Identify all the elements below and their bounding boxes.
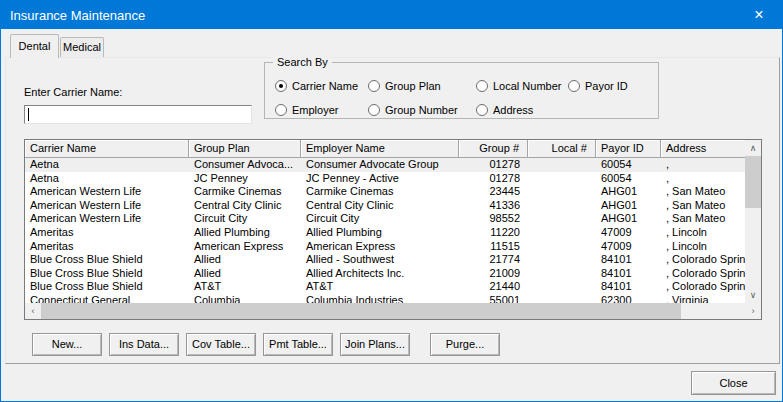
radio-payor-id[interactable]: Payor ID <box>568 80 628 92</box>
column-header-group-plan[interactable]: Group Plan <box>189 140 301 157</box>
radio-circle-icon[interactable] <box>275 104 287 116</box>
table-cell: 01278 <box>459 172 528 186</box>
table-cell: Circuit City <box>189 212 301 226</box>
table-row[interactable]: American Western LifeCircuit CityCircuit… <box>25 212 745 226</box>
table-cell: Carmike Cinemas <box>301 185 459 199</box>
tab-medical[interactable]: Medical <box>60 37 104 57</box>
table-cell: , Colorado Springs <box>661 267 745 281</box>
list-header: Carrier NameGroup PlanEmployer NameGroup… <box>25 140 745 158</box>
radio-circle-icon[interactable] <box>476 80 488 92</box>
table-row[interactable]: Blue Cross Blue ShieldAT&TAT&T2144084101… <box>25 280 745 294</box>
radio-employer[interactable]: Employer <box>275 104 338 116</box>
scroll-right-icon[interactable]: › <box>745 303 761 319</box>
table-cell: 11220 <box>459 226 528 240</box>
radio-circle-icon[interactable] <box>368 80 380 92</box>
table-cell: Blue Cross Blue Shield <box>25 280 189 294</box>
scroll-down-icon[interactable]: ∨ <box>745 287 761 303</box>
table-cell: 84101 <box>596 253 661 267</box>
table-cell: American Express <box>301 240 459 254</box>
close-button[interactable]: Close <box>691 371 776 395</box>
table-cell: 47009 <box>596 226 661 240</box>
radio-label: Local Number <box>493 80 561 92</box>
radio-circle-icon[interactable] <box>568 80 580 92</box>
column-header-payor-id[interactable]: Payor ID <box>596 140 661 157</box>
tab-dental[interactable]: Dental <box>10 34 59 58</box>
table-cell: JC Penney <box>189 172 301 186</box>
table-cell: Aetna <box>25 158 189 172</box>
pmt-table-button[interactable]: Pmt Table... <box>263 333 333 356</box>
scroll-up-icon[interactable]: ∧ <box>745 140 761 156</box>
table-row[interactable]: AetnaJC PenneyJC Penney - Active01278600… <box>25 172 745 186</box>
table-cell: Blue Cross Blue Shield <box>25 253 189 267</box>
column-header-carrier-name[interactable]: Carrier Name <box>25 140 189 157</box>
insurance-list[interactable]: Carrier NameGroup PlanEmployer NameGroup… <box>24 139 762 320</box>
table-cell: Allied Architects Inc. <box>301 267 459 281</box>
table-cell: Columbia Industries <box>301 294 459 303</box>
radio-circle-icon[interactable] <box>275 80 287 92</box>
join-plans-button[interactable]: Join Plans... <box>340 333 410 356</box>
table-cell: , Colorado Springs <box>661 253 745 267</box>
table-cell: Circuit City <box>301 212 459 226</box>
table-cell: Consumer Advoca... <box>189 158 301 172</box>
new-button[interactable]: New... <box>32 333 102 356</box>
table-row[interactable]: American Western LifeCarmike CinemasCarm… <box>25 185 745 199</box>
list-content: Carrier NameGroup PlanEmployer NameGroup… <box>25 140 745 303</box>
table-row[interactable]: AmeritasAmerican ExpressAmerican Express… <box>25 240 745 254</box>
radio-address[interactable]: Address <box>476 104 533 116</box>
table-row[interactable]: Blue Cross Blue ShieldAlliedAllied - Sou… <box>25 253 745 267</box>
table-row[interactable]: American Western LifeCentral City Clinic… <box>25 199 745 213</box>
horizontal-scrollbar[interactable]: ‹ › <box>25 303 761 319</box>
table-row[interactable]: AmeritasAllied PlumbingAllied Plumbing11… <box>25 226 745 240</box>
cov-table-button[interactable]: Cov Table... <box>186 333 256 356</box>
table-cell: , <box>661 172 745 186</box>
vertical-scroll-thumb[interactable] <box>745 156 761 208</box>
table-cell: 21009 <box>459 267 528 281</box>
column-header-address[interactable]: Address <box>661 140 745 157</box>
radio-carrier-name[interactable]: Carrier Name <box>275 80 358 92</box>
carrier-name-input[interactable] <box>24 105 252 124</box>
scroll-left-icon[interactable]: ‹ <box>25 303 41 319</box>
radio-circle-icon[interactable] <box>368 104 380 116</box>
table-row[interactable]: AetnaConsumer Advoca...Consumer Advocate… <box>25 158 745 172</box>
purge-button[interactable]: Purge... <box>430 333 500 356</box>
text-caret <box>28 108 29 121</box>
table-cell <box>528 212 596 226</box>
ins-data-button[interactable]: Ins Data... <box>109 333 179 356</box>
radio-label: Carrier Name <box>292 80 358 92</box>
radio-local-number[interactable]: Local Number <box>476 80 561 92</box>
table-cell: American Western Life <box>25 199 189 213</box>
table-cell: Allied <box>189 253 301 267</box>
table-cell <box>528 280 596 294</box>
column-header-local-[interactable]: Local # <box>528 140 596 157</box>
table-row[interactable]: Connecticut GeneralColumbiaColumbia Indu… <box>25 294 745 303</box>
table-row[interactable]: Blue Cross Blue ShieldAlliedAllied Archi… <box>25 267 745 281</box>
table-cell: 41336 <box>459 199 528 213</box>
radio-label: Address <box>493 104 533 116</box>
radio-group-plan[interactable]: Group Plan <box>368 80 441 92</box>
column-header-employer-name[interactable]: Employer Name <box>301 140 459 157</box>
table-cell: 01278 <box>459 158 528 172</box>
table-cell <box>528 240 596 254</box>
vertical-scrollbar[interactable]: ∧ ∨ <box>745 140 761 303</box>
table-cell: , Lincoln <box>661 240 745 254</box>
table-cell <box>528 158 596 172</box>
radio-circle-icon[interactable] <box>476 104 488 116</box>
table-cell: , San Mateo <box>661 199 745 213</box>
enter-carrier-name-label: Enter Carrier Name: <box>24 86 122 98</box>
table-cell: Blue Cross Blue Shield <box>25 267 189 281</box>
table-cell: , San Mateo <box>661 185 745 199</box>
radio-group-number[interactable]: Group Number <box>368 104 458 116</box>
column-header-group-[interactable]: Group # <box>459 140 528 157</box>
table-cell: Aetna <box>25 172 189 186</box>
table-cell <box>528 267 596 281</box>
table-cell: Central City Clinic <box>301 199 459 213</box>
table-cell: American Western Life <box>25 185 189 199</box>
horizontal-scroll-thumb[interactable] <box>41 303 681 319</box>
table-cell <box>528 199 596 213</box>
table-cell <box>528 172 596 186</box>
titlebar: Insurance Maintenance × <box>1 1 782 29</box>
close-icon[interactable]: × <box>742 1 776 29</box>
table-cell: , Colorado Springs <box>661 280 745 294</box>
dental-tab-page: Enter Carrier Name: Search By Carrier Na… <box>5 57 780 364</box>
table-cell: 98552 <box>459 212 528 226</box>
